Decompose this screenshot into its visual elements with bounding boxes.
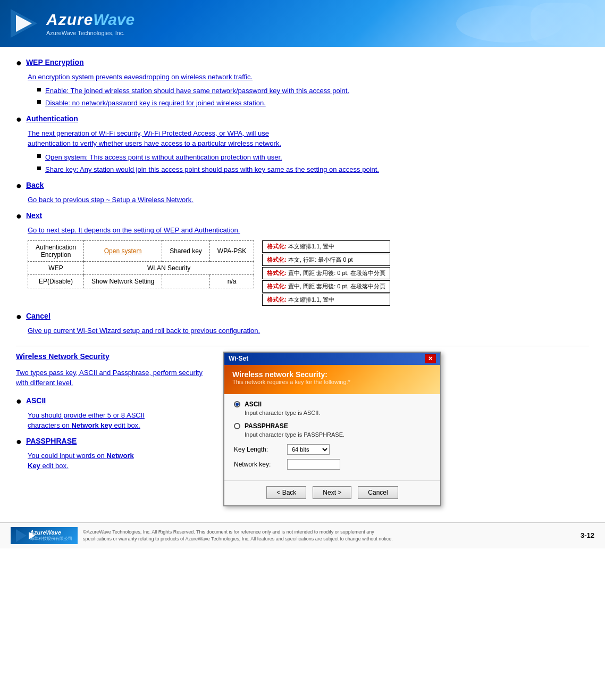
passphrase-radio-group: PASSPHRASE Input character type is PASSP… [234, 422, 431, 438]
passphrase-desc3: edit box. [40, 462, 69, 470]
wep-bullet-1: Enable: The joined wireless station shou… [37, 86, 589, 96]
page-footer: AzureWave 海華科技股份有限公司 ©AzureWave Technolo… [0, 522, 605, 548]
cancel-section-header: ● Cancel [16, 311, 589, 323]
bullet-sq-1 [37, 88, 41, 91]
ascii-desc2: characters on [28, 421, 71, 429]
wns-section: Wireless Network Security Two types pass… [16, 346, 589, 506]
bullet-dot-next: ● [16, 210, 22, 223]
ascii-title: ASCII [26, 396, 46, 406]
wep-bullets: Enable: The joined wireless station shou… [37, 86, 589, 109]
passphrase-desc1: You could input words on [28, 452, 106, 460]
wiset-banner: Wireless network Security: This network … [224, 365, 440, 394]
bullet-sq-3 [37, 154, 41, 158]
auth-bullet-2-text: Share key: Any station would join this a… [45, 164, 379, 175]
wns-left: Wireless Network Security Two types pass… [16, 352, 213, 471]
ascii-desc1: You should provide either 5 or 8 ASCII [28, 411, 145, 419]
table-header-open: Open system [84, 241, 162, 262]
main-content: ● WEP Encryption An encryption system pr… [0, 47, 605, 512]
passphrase-desc: You could input words on Network Key edi… [28, 451, 213, 471]
wns-right: Wi-Set ✕ Wireless network Security: This… [223, 352, 589, 506]
format-note-4-text: 置中, 間距 套用後: 0 pt, 在段落中分頁 [288, 283, 385, 289]
footer-logo-box: AzureWave 海華科技股份有限公司 [11, 527, 78, 544]
format-notes: 格式化: 本文縮排1.1, 置中 格式化: 本文, 行距: 最小行高 0 pt … [262, 240, 390, 306]
auth-desc-line2: authentication to verify whether users h… [28, 139, 281, 147]
format-note-2: 格式化: 本文, 行距: 最小行高 0 pt [262, 254, 390, 266]
format-note-5: 格式化: 本文縮排1.1, 置中 [262, 294, 390, 306]
auth-title: Authentication [26, 114, 78, 124]
wep-title: WEP Encryption [26, 57, 84, 68]
bullet-dot-wep: ● [16, 56, 22, 70]
format-note-5-text: 本文縮排1.1, 置中 [288, 296, 334, 303]
bullet-dot-cancel: ● [16, 310, 22, 323]
passphrase-radio-button[interactable] [234, 423, 240, 429]
format-note-1: 格式化: 本文縮排1.1, 置中 [262, 240, 390, 253]
cancel-title: Cancel [26, 311, 51, 322]
ascii-radio-row[interactable]: ASCII [234, 401, 431, 408]
wep-bullet-2-text: Disable: no network/password key is requ… [45, 98, 266, 109]
format-note-4: 格式化: 置中, 間距 套用後: 0 pt, 在段落中分頁 [262, 280, 390, 293]
wiset-titlebar: Wi-Set ✕ [224, 353, 440, 365]
key-length-row: Key Length: 64 bits 128 bits [234, 444, 431, 455]
passphrase-radio-desc: Input character type is PASSPHRASE. [245, 431, 431, 438]
auth-bullet-1: Open system: This access point is withou… [37, 152, 589, 163]
back-desc: Go back to previous step ~ Setup a Wirel… [28, 195, 589, 205]
auth-bullets: Open system: This access point is withou… [37, 152, 589, 175]
wiset-footer: < Back Next > Cancel [224, 480, 440, 505]
auth-table-container: AuthenticationEncryption Open system Sha… [28, 240, 589, 306]
format-note-1-text: 本文縮排1.1, 置中 [288, 243, 334, 249]
auth-section-header: ● Authentication [16, 114, 589, 126]
table-cell-ep: EP(Disable) [28, 275, 84, 288]
key-length-select[interactable]: 64 bits 128 bits [287, 444, 330, 455]
wiset-banner-title: Wireless network Security: [232, 370, 432, 379]
bullet-sq-4 [37, 166, 41, 170]
wiset-body: ASCII Input character type is ASCII. PAS… [224, 394, 440, 480]
logo-area: Azure Wave AzureWave Technologies, Inc. [46, 11, 135, 36]
ascii-radio-button[interactable] [234, 401, 240, 407]
network-key-label: Network key: [234, 461, 287, 468]
bullet-dot-ascii: ● [16, 395, 22, 408]
wiset-title: Wi-Set [229, 355, 248, 362]
passphrase-radio-row[interactable]: PASSPHRASE [234, 422, 431, 430]
logo-text2: Wave [93, 11, 135, 29]
wep-desc: An encryption system prevents eavesdropp… [28, 72, 589, 82]
footer-page: 3-12 [581, 531, 594, 539]
logo-text: Azure [46, 11, 93, 29]
wns-desc: Two types pass key, ASCII and Passphrase… [16, 368, 213, 388]
passphrase-bold2: Key [28, 462, 40, 470]
back-section-header: ● Back [16, 180, 589, 193]
wns-title: Wireless Network Security [16, 352, 110, 361]
network-key-row: Network key: [234, 459, 431, 470]
format-note-3-text: 置中, 間距 套用後: 0 pt, 在段落中分頁 [288, 270, 385, 276]
table-cell-show: Show Network Setting [84, 275, 162, 288]
auth-bullet-2: Share key: Any station would join this a… [37, 164, 589, 175]
next-section-header: ● Next [16, 211, 589, 223]
ascii-radio-desc: Input character type is ASCII. [245, 410, 431, 416]
footer-text: ©AzureWave Technologies, Inc. All Rights… [83, 529, 402, 542]
wiset-cancel-button[interactable]: Cancel [358, 486, 398, 499]
auth-encryption-table: AuthenticationEncryption Open system Sha… [28, 240, 254, 288]
wep-bullet-1-text: Enable: The joined wireless station shou… [45, 86, 349, 96]
wiset-next-button[interactable]: Next > [313, 486, 351, 499]
next-title: Next [26, 211, 42, 221]
auth-desc-line1: The next generation of Wi-Fi security, W… [28, 129, 269, 137]
wiset-dialog: Wi-Set ✕ Wireless network Security: This… [223, 352, 441, 506]
ascii-radio-group: ASCII Input character type is ASCII. [234, 401, 431, 416]
ascii-desc: You should provide either 5 or 8 ASCII c… [28, 410, 213, 431]
logo-sub: AzureWave Technologies, Inc. [46, 30, 124, 36]
ascii-desc3: edit box. [112, 421, 140, 429]
passphrase-bold1: Network [106, 452, 133, 460]
wiset-close-button[interactable]: ✕ [425, 354, 436, 363]
key-length-label: Key Length: [234, 446, 287, 453]
bullet-dot-passphrase: ● [16, 435, 22, 448]
format-note-2-text: 本文, 行距: 最小行高 0 pt [288, 256, 353, 263]
table-header-wpa: WPA-PSK [209, 241, 254, 262]
wep-bullet-2: Disable: no network/password key is requ… [37, 98, 589, 109]
wiset-banner-sub: This network requires a key for the foll… [232, 379, 432, 385]
cancel-desc: Give up current Wi-Set Wizard setup and … [28, 326, 589, 336]
footer-logo-area: AzureWave 海華科技股份有限公司 ©AzureWave Technolo… [11, 527, 402, 544]
back-title: Back [26, 180, 44, 191]
table-header-auth: AuthenticationEncryption [28, 241, 84, 262]
network-key-input[interactable] [287, 459, 340, 470]
wiset-back-button[interactable]: < Back [266, 486, 306, 499]
bullet-dot-back: ● [16, 179, 22, 193]
